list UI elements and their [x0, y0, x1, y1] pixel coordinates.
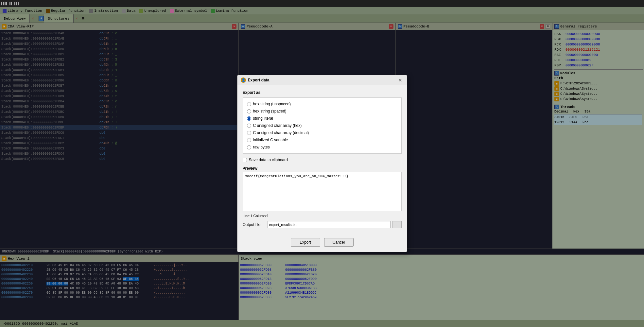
radio-c-hex-input[interactable]	[247, 124, 251, 128]
radio-c-decimal-label: C unsigned char array (decimal)	[253, 130, 309, 135]
save-clipboard-label: Save data to clipboard	[249, 158, 288, 162]
dialog-overlay: 👤 Export data ✕ Export as hex string (un…	[0, 0, 644, 327]
radio-hex-unspaced-input[interactable]	[247, 102, 251, 106]
radio-raw-bytes-label: raw bytes	[253, 145, 270, 149]
radio-string-literal-label: string literal	[253, 116, 273, 121]
radio-hex-unspaced: hex string (unspaced)	[247, 100, 397, 108]
preview-content: moectf{Congratulations_you_are_an_SM4_ma…	[245, 174, 349, 178]
dialog-footer: Export Cancel	[237, 238, 407, 252]
radio-hex-spaced-label: hex string (spaced)	[253, 109, 287, 113]
save-clipboard-checkbox[interactable]	[243, 158, 247, 162]
dialog-title: Export data	[248, 78, 395, 82]
browse-button[interactable]: ...	[392, 221, 402, 228]
radio-init-c-input[interactable]	[247, 138, 251, 142]
browse-label: ...	[395, 223, 398, 227]
radio-c-hex-label: C unsigned char array (hex)	[253, 123, 302, 128]
radio-c-decimal: C unsigned char array (decimal)	[247, 129, 397, 136]
output-file-input[interactable]	[268, 221, 391, 228]
dialog-close-button[interactable]: ✕	[397, 77, 404, 83]
radio-string-literal-input[interactable]	[247, 116, 251, 121]
radio-hex-spaced-input[interactable]	[247, 109, 251, 113]
dialog-title-icon: 👤	[241, 77, 246, 83]
radio-string-literal: string literal	[247, 115, 397, 122]
dialog-titlebar: 👤 Export data ✕	[237, 75, 407, 85]
output-file-row: Output file ...	[243, 221, 402, 228]
radio-hex-unspaced-label: hex string (unspaced)	[253, 102, 291, 106]
preview-box: moectf{Congratulations_you_are_an_SM4_ma…	[243, 172, 402, 211]
save-clipboard-row: Save data to clipboard	[243, 158, 402, 162]
preview-label: Preview	[243, 166, 402, 171]
line-col-info: Line:1 Column:1	[243, 214, 402, 218]
export-button[interactable]: Export	[291, 238, 320, 247]
radio-c-decimal-input[interactable]	[247, 131, 251, 135]
radio-raw-bytes: raw bytes	[247, 144, 397, 151]
export-as-label: Export as	[243, 90, 402, 95]
cancel-button[interactable]: Cancel	[324, 238, 354, 247]
radio-raw-bytes-input[interactable]	[247, 145, 251, 149]
radio-init-c: initialized C variable	[247, 136, 397, 144]
export-dialog: 👤 Export data ✕ Export as hex string (un…	[237, 75, 407, 252]
dialog-body: Export as hex string (unspaced) hex stri…	[237, 85, 407, 238]
radio-c-hex: C unsigned char array (hex)	[247, 122, 397, 129]
output-file-label: Output file	[243, 222, 266, 227]
radio-options: hex string (unspaced) hex string (spaced…	[243, 97, 402, 154]
radio-hex-spaced: hex string (spaced)	[247, 108, 397, 115]
radio-init-c-label: initialized C variable	[253, 138, 288, 142]
